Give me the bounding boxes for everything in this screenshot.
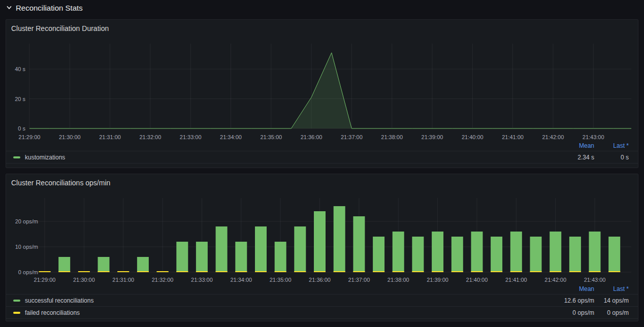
svg-text:21:33:00: 21:33:00 [180, 134, 202, 140]
panel-cluster-reconciliation-duration: Cluster Reconciliation Duration 21:29:00… [6, 19, 638, 168]
row-header-reconciliation-stats[interactable]: Reconciliation Stats [0, 0, 83, 15]
series-color-swatch[interactable] [13, 156, 20, 158]
svg-text:21:32:00: 21:32:00 [139, 134, 161, 140]
svg-text:21:36:00: 21:36:00 [309, 277, 331, 283]
svg-text:21:37:00: 21:37:00 [348, 277, 370, 283]
svg-text:21:43:00: 21:43:00 [584, 277, 606, 283]
series-last-value: 14 ops/m [594, 297, 629, 304]
series-mean-value: 0 ops/m [537, 309, 594, 316]
panel-cluster-reconciliations-ops: Cluster Reconciliations ops/min 21:29:00… [6, 174, 638, 321]
duration-area-chart[interactable]: 21:29:0021:30:0021:31:0021:32:0021:33:00… [6, 20, 637, 142]
svg-text:21:41:00: 21:41:00 [502, 134, 524, 140]
series-last-value: 0 s [594, 154, 629, 161]
svg-text:21:35:00: 21:35:00 [260, 134, 282, 140]
svg-text:21:43:00: 21:43:00 [583, 134, 604, 140]
svg-text:0 ops/m: 0 ops/m [18, 269, 38, 275]
svg-text:40 s: 40 s [15, 66, 25, 72]
series-last-value: 0 ops/m [594, 309, 629, 316]
svg-text:20 s: 20 s [15, 96, 25, 102]
svg-text:21:37:00: 21:37:00 [341, 134, 363, 140]
svg-text:21:39:00: 21:39:00 [427, 277, 448, 283]
svg-text:21:30:00: 21:30:00 [59, 134, 81, 140]
svg-text:21:30:00: 21:30:00 [73, 277, 95, 283]
svg-text:21:36:00: 21:36:00 [301, 134, 323, 140]
svg-text:21:29:00: 21:29:00 [34, 277, 56, 283]
panel-title-duration[interactable]: Cluster Reconciliation Duration [6, 20, 109, 32]
svg-text:21:34:00: 21:34:00 [230, 277, 252, 283]
svg-text:21:41:00: 21:41:00 [505, 277, 527, 283]
legend-header: Mean Last * [6, 283, 638, 294]
duration-legend: Mean Last * kustomizations 2.34 s 0 s [6, 140, 638, 164]
legend-header: Mean Last * [6, 140, 638, 151]
ops-legend: Mean Last * successful reconciliations 1… [6, 283, 638, 319]
legend-sort-mean[interactable]: Mean [537, 285, 594, 292]
ops-bar-chart[interactable]: 21:29:0021:30:0021:31:0021:32:0021:33:00… [6, 174, 637, 285]
svg-text:21:40:00: 21:40:00 [462, 134, 484, 140]
series-color-swatch[interactable] [13, 300, 20, 302]
svg-text:21:29:00: 21:29:00 [19, 134, 41, 140]
svg-text:21:33:00: 21:33:00 [191, 277, 213, 283]
svg-text:21:31:00: 21:31:00 [99, 134, 121, 140]
series-label[interactable]: kustomizations [25, 154, 537, 161]
legend-row-kustomizations: kustomizations 2.34 s 0 s [6, 151, 638, 164]
svg-text:10 ops/m: 10 ops/m [15, 244, 38, 250]
legend-row-successful: successful reconciliations 12.6 ops/m 14… [6, 294, 638, 306]
legend-sort-last[interactable]: Last * [594, 142, 629, 149]
svg-text:21:35:00: 21:35:00 [270, 277, 292, 283]
legend-sort-mean[interactable]: Mean [537, 142, 594, 149]
svg-text:21:42:00: 21:42:00 [542, 134, 564, 140]
chevron-down-icon[interactable] [6, 5, 12, 11]
svg-text:21:39:00: 21:39:00 [422, 134, 443, 140]
svg-text:21:31:00: 21:31:00 [112, 277, 134, 283]
series-label[interactable]: failed reconciliations [25, 309, 537, 316]
svg-text:21:34:00: 21:34:00 [220, 134, 242, 140]
svg-text:21:38:00: 21:38:00 [381, 134, 403, 140]
series-label[interactable]: successful reconciliations [25, 297, 537, 304]
series-mean-value: 2.34 s [537, 154, 594, 161]
series-mean-value: 12.6 ops/m [537, 297, 594, 304]
svg-text:0 s: 0 s [18, 125, 25, 132]
svg-text:21:40:00: 21:40:00 [466, 277, 488, 283]
svg-text:21:32:00: 21:32:00 [152, 277, 174, 283]
legend-sort-last[interactable]: Last * [594, 285, 629, 292]
panel-title-ops[interactable]: Cluster Reconciliations ops/min [6, 174, 110, 187]
svg-text:20 ops/m: 20 ops/m [15, 218, 38, 224]
row-title[interactable]: Reconciliation Stats [16, 4, 83, 12]
legend-row-failed: failed reconciliations 0 ops/m 0 ops/m [6, 306, 638, 319]
svg-text:21:42:00: 21:42:00 [544, 277, 566, 283]
svg-text:21:38:00: 21:38:00 [388, 277, 409, 283]
series-color-swatch[interactable] [13, 312, 20, 314]
